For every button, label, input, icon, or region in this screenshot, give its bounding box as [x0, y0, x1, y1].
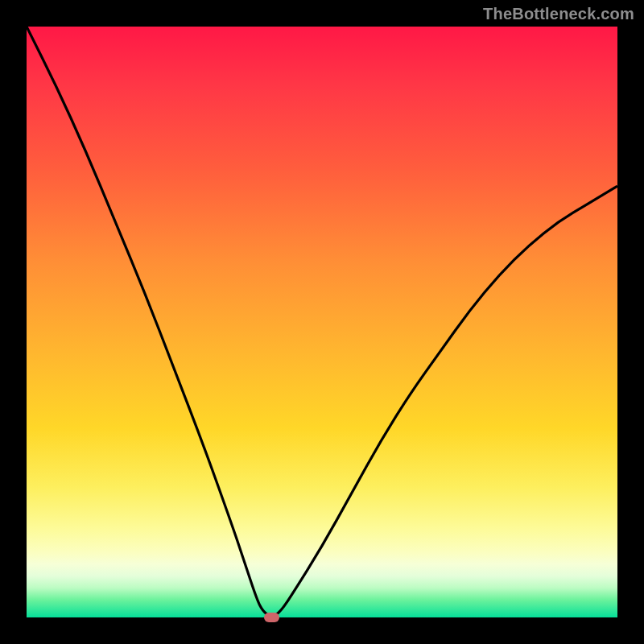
curve-line — [27, 27, 617, 616]
plot-area — [27, 27, 617, 617]
watermark-text: TheBottleneck.com — [483, 5, 634, 23]
optimal-point-marker — [264, 613, 279, 622]
chart-frame: TheBottleneck.com — [0, 0, 644, 644]
bottleneck-curve — [27, 27, 617, 617]
